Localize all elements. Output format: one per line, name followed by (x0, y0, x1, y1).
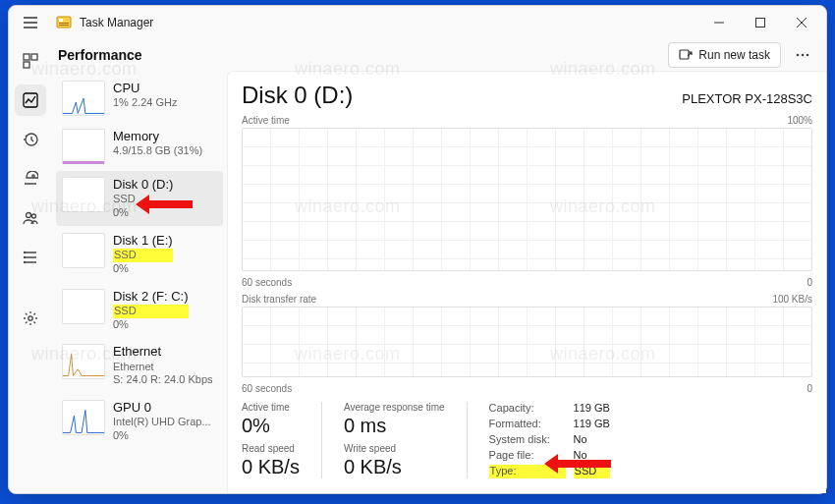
window: Task Manager Performance Run new task (8, 5, 827, 494)
nav-settings[interactable] (15, 303, 46, 334)
thumbnail (62, 233, 105, 268)
svg-rect-5 (24, 54, 29, 60)
active-time-graph (242, 128, 812, 271)
kv-key: Formatted: (489, 418, 566, 431)
perf-item-name: Ethernet (113, 344, 213, 360)
graph-max: 100% (787, 115, 812, 126)
graph-xleft: 60 seconds (242, 277, 292, 288)
perf-item-sub: 0% (113, 206, 173, 220)
hamburger-button[interactable] (17, 9, 44, 36)
perf-item-gpu0[interactable]: GPU 0Intel(R) UHD Grap...0% (56, 394, 223, 449)
perf-item-sub: 4.9/15.8 GB (31%) (113, 144, 202, 158)
kv-val: No (574, 449, 610, 463)
nav-details[interactable] (15, 242, 46, 273)
stat-label: Read speed (242, 443, 300, 454)
perf-item-sub: 1% 2.24 GHz (113, 96, 177, 110)
disk-properties: Capacity:119 GB Formatted:119 GB System … (489, 402, 610, 478)
svg-rect-4 (756, 19, 765, 28)
svg-rect-3 (59, 25, 69, 26)
kv-key: Capacity: (489, 402, 566, 416)
svg-rect-1 (59, 19, 63, 22)
graph-xright: 0 (807, 383, 812, 394)
svg-point-14 (25, 257, 26, 258)
app-title: Task Manager (80, 16, 153, 29)
svg-rect-7 (24, 62, 29, 68)
perf-item-sub2: 0% (113, 429, 211, 443)
perf-item-sub: 0% (113, 262, 173, 276)
perf-item-ethernet[interactable]: EthernetEthernetS: 24.0 R: 24.0 Kbps (56, 338, 223, 393)
svg-rect-17 (680, 50, 689, 59)
thumbnail (62, 400, 105, 435)
perf-item-sub: Intel(R) UHD Grap... (113, 416, 211, 429)
svg-rect-8 (24, 93, 37, 107)
nav-users[interactable] (15, 202, 46, 234)
perf-item-name: Disk 0 (D:) (113, 177, 173, 193)
thumbnail (62, 289, 105, 324)
thumbnail (62, 129, 105, 164)
disk-title: Disk 0 (D:) (242, 82, 353, 109)
perf-item-name: Memory (113, 129, 202, 144)
kv-val: 119 GB (574, 418, 610, 431)
svg-point-15 (25, 262, 26, 263)
thumbnail (62, 177, 105, 212)
kv-key-type: Type: (489, 465, 566, 478)
nav-performance[interactable] (15, 84, 46, 116)
perf-item-memory[interactable]: Memory4.9/15.8 GB (31%) (56, 123, 223, 170)
svg-point-13 (25, 252, 26, 253)
perf-item-name: Disk 2 (F: C:) (113, 289, 189, 305)
stat-label: Write speed (344, 443, 445, 454)
run-task-button[interactable]: Run new task (668, 42, 781, 68)
page-title: Performance (58, 47, 142, 63)
perf-item-name: GPU 0 (113, 400, 211, 416)
svg-point-20 (807, 54, 809, 57)
page-header: Performance Run new task (52, 39, 826, 71)
perf-item-type: SSD (113, 193, 173, 206)
nav-processes[interactable] (15, 45, 46, 77)
transfer-rate-graph (242, 307, 812, 377)
svg-rect-0 (57, 17, 71, 28)
more-button[interactable] (789, 42, 816, 68)
thumbnail (62, 344, 105, 379)
detail-pane: Disk 0 (D:) PLEXTOR PX-128S3C Active tim… (227, 71, 826, 493)
stat-label: Active time (242, 402, 300, 413)
perf-item-disk0[interactable]: Disk 0 (D:)SSD0% (56, 171, 223, 226)
svg-rect-6 (31, 54, 37, 60)
perf-item-disk1[interactable]: Disk 1 (E:)SSD0% (56, 227, 223, 282)
titlebar: Task Manager (9, 6, 826, 39)
kv-key: Page file: (489, 449, 566, 463)
svg-point-11 (27, 213, 31, 218)
perf-item-sub: 0% (113, 318, 189, 332)
close-button[interactable] (781, 10, 822, 35)
maximize-button[interactable] (740, 10, 781, 35)
perf-item-name: Disk 1 (E:) (113, 233, 173, 249)
perf-item-name: CPU (113, 81, 177, 96)
perf-list: CPU1% 2.24 GHz Memory4.9/15.8 GB (31%) D… (52, 71, 227, 493)
nav-rail (9, 39, 52, 493)
graph-label: Disk transfer rate (242, 294, 316, 305)
svg-point-19 (802, 54, 805, 57)
stats-row: Active time 0% Read speed 0 KB/s Average… (242, 402, 812, 478)
svg-point-12 (32, 214, 36, 218)
perf-item-sub2: S: 24.0 R: 24.0 Kbps (113, 373, 213, 387)
svg-point-10 (32, 175, 34, 177)
stat-value: 0 KB/s (242, 456, 300, 478)
disk-model: PLEXTOR PX-128S3C (682, 91, 812, 106)
perf-item-cpu[interactable]: CPU1% 2.24 GHz (56, 75, 223, 122)
graph-max: 100 KB/s (772, 294, 812, 305)
stat-value: 0% (242, 415, 300, 437)
nav-history[interactable] (15, 124, 46, 155)
graph-xleft: 60 seconds (242, 383, 292, 394)
svg-rect-2 (59, 23, 69, 24)
kv-val: No (574, 433, 610, 447)
svg-point-16 (28, 316, 32, 320)
thumbnail (62, 81, 105, 116)
minimize-button[interactable] (698, 10, 740, 35)
perf-item-type: SSD (113, 305, 189, 318)
perf-item-type: SSD (113, 249, 173, 262)
kv-val: 119 GB (574, 402, 610, 416)
app-icon (56, 15, 72, 30)
nav-startup[interactable] (15, 163, 46, 195)
perf-item-sub: Ethernet (113, 361, 213, 374)
perf-item-disk2[interactable]: Disk 2 (F: C:)SSD0% (56, 283, 223, 338)
svg-point-18 (797, 54, 800, 57)
